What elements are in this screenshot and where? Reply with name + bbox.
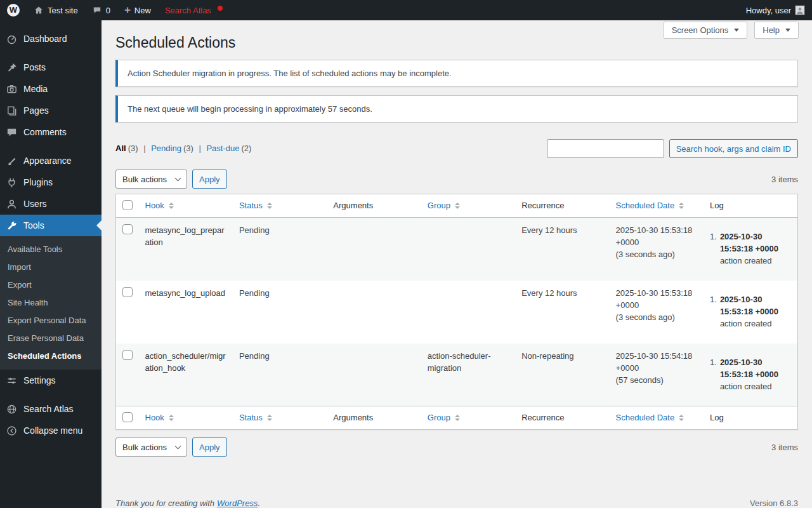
wordpress-logo-menu[interactable]: W [0,0,27,20]
footer-version: Version 6.8.3 [750,498,798,508]
sidebar-item-search-atlas[interactable]: Search Atlas [0,398,102,420]
table-header-row: Hook Status Arguments Group Recurrence S… [116,194,798,218]
status-cell: Pending [233,344,327,406]
chevron-down-icon [734,29,739,32]
submenu-item-export-personal-data[interactable]: Export Personal Data [0,312,102,330]
arguments-cell [327,344,421,406]
settings-icon [5,374,18,387]
submenu-item-site-health[interactable]: Site Health [0,294,102,312]
sidebar-item-settings[interactable]: Settings [0,370,102,391]
filter-all[interactable]: All [115,144,126,153]
sidebar-item-collapse-menu[interactable]: Collapse menu [0,420,102,441]
sidebar-item-tools[interactable]: Tools [0,215,102,236]
sidebar-item-dashboard[interactable]: Dashboard [0,28,102,50]
table-row: action_scheduler/migration_hook Pending … [116,344,798,406]
submenu-item-erase-personal-data[interactable]: Erase Personal Data [0,330,102,347]
sort-group-link-footer[interactable]: Group [428,411,460,424]
pin-icon [5,61,18,74]
column-footer-scheduled-date: Scheduled Date [610,406,704,430]
sidebar-item-users[interactable]: Users [0,193,102,215]
wordpress-link[interactable]: WordPress [217,498,258,508]
search-atlas-label: Search Atlas [165,6,211,15]
new-content-menu[interactable]: + New [117,0,158,20]
site-name-menu[interactable]: Test site [27,0,85,20]
filter-pending[interactable]: Pending [151,144,181,153]
sort-hook-link[interactable]: Hook [145,199,174,212]
submenu-item-available-tools[interactable]: Available Tools [0,241,102,258]
user-icon [5,197,18,210]
bulk-actions-select-bottom[interactable]: Bulk actions [115,438,187,457]
search-input[interactable] [547,139,664,158]
table-row: metasync_log_upload Pending Every 12 hou… [116,281,798,344]
sidebar-item-comments[interactable]: Comments [0,121,102,143]
submenu-item-export[interactable]: Export [0,276,102,294]
home-icon [34,5,44,15]
chevron-down-icon [175,443,181,449]
row-checkbox[interactable] [122,350,133,360]
camera-icon [5,83,18,95]
sidebar-item-posts[interactable]: Posts [0,57,102,78]
my-account-menu[interactable]: Howdy, user [739,0,812,20]
sidebar-item-media[interactable]: Media [0,78,102,100]
bulk-actions-select[interactable]: Bulk actions [115,170,187,189]
sidebar-item-plugins[interactable]: Plugins [0,171,102,193]
comment-count: 0 [106,6,110,15]
sort-status-link-footer[interactable]: Status [239,411,272,424]
comments-icon [5,126,18,138]
column-header-arguments: Arguments [327,194,421,218]
sort-arrows-icon [267,415,272,421]
sidebar-item-appearance[interactable]: Appearance [0,150,102,171]
log-cell: 1. 2025-10-30 15:53:18 +0000action creat… [704,281,797,344]
admin-sidebar: Dashboard Posts Media Pages Comments App… [0,20,102,508]
search-atlas-menu[interactable]: Search Atlas [158,0,230,20]
notice-text: Action Scheduler migration in progress. … [128,68,788,79]
group-cell [421,281,515,344]
brush-icon [5,154,18,167]
filter-pending-count: (3) [183,144,193,153]
new-label: New [134,6,151,15]
column-header-group: Group [421,194,515,218]
help-button[interactable]: Help [754,22,799,39]
apply-button-bottom[interactable]: Apply [192,438,227,457]
search-submit-button[interactable]: Search hook, args and claim ID [669,139,798,158]
sidebar-item-pages[interactable]: Pages [0,100,102,121]
collapse-arrow-icon [5,424,18,437]
wordpress-logo-icon: W [7,4,20,17]
filter-separator: | [143,144,145,153]
select-all-checkbox[interactable] [122,200,133,210]
globe-icon [5,403,18,415]
sort-group-link[interactable]: Group [428,199,460,212]
filter-separator: | [199,144,200,153]
table-footer-row: Hook Status Arguments Group Recurrence S… [116,406,798,430]
search-box: Search hook, args and claim ID [547,139,798,158]
column-header-scheduled-date: Scheduled Date [610,194,704,218]
sort-arrows-icon [455,203,460,209]
plug-icon [5,176,18,189]
row-checkbox[interactable] [122,287,133,297]
filter-past-due[interactable]: Past-due [206,144,239,153]
menu-separator [0,143,102,150]
screen-meta: Screen Options Help [664,22,799,39]
items-count-bottom: 3 items [771,443,798,452]
row-select-cell [116,281,139,344]
sort-hook-link-footer[interactable]: Hook [145,411,174,424]
scheduled-actions-table: Hook Status Arguments Group Recurrence S… [115,194,798,430]
sort-scheduled-date-link-footer[interactable]: Scheduled Date [616,411,684,424]
sort-scheduled-date-link[interactable]: Scheduled Date [616,199,684,212]
admin-footer: Thank you for creating withWordPress. Ve… [115,498,798,508]
submenu-item-scheduled-actions[interactable]: Scheduled Actions [0,347,102,365]
select-all-checkbox-footer[interactable] [122,412,133,422]
comments-menu[interactable]: 0 [85,0,117,20]
menu-separator [0,391,102,398]
sort-status-link[interactable]: Status [239,199,272,212]
chevron-down-icon [785,29,790,32]
main-content: Screen Options Help Scheduled Actions Ac… [102,20,812,508]
plus-icon: + [124,4,131,15]
screen-options-button[interactable]: Screen Options [664,22,748,39]
submenu-item-import[interactable]: Import [0,258,102,276]
row-checkbox[interactable] [122,224,133,234]
sort-arrows-icon [679,415,684,421]
apply-button[interactable]: Apply [192,170,227,189]
row-select-cell [116,218,139,281]
column-footer-hook: Hook [139,406,233,430]
